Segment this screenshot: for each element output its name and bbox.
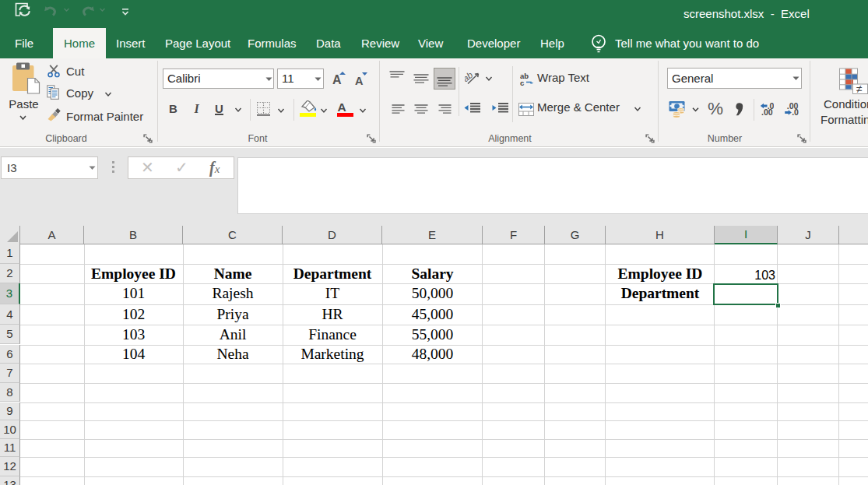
svg-text:≠: ≠ [856,83,863,94]
svg-text:c: c [520,79,524,86]
svg-text:.00: .00 [761,107,773,115]
svg-text:.0: .0 [792,107,799,115]
